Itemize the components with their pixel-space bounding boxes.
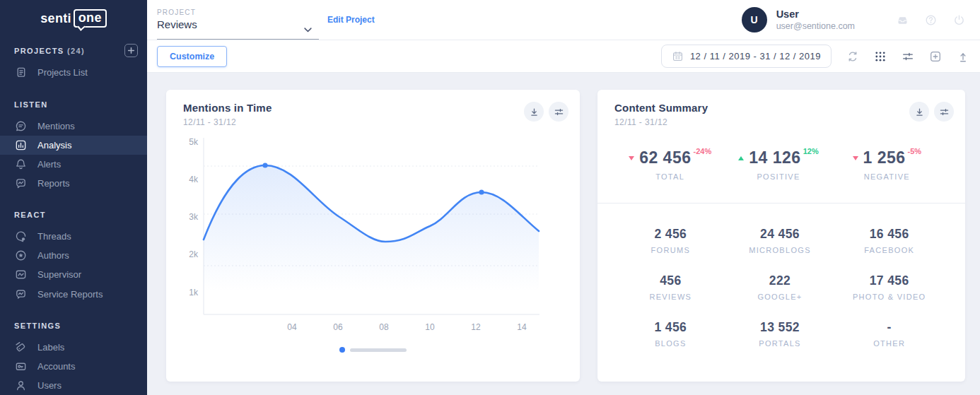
card-actions [524,102,568,122]
sidebar-item-authors[interactable]: Authors [0,246,147,265]
supervisor-icon [14,268,28,281]
main-area: PROJECT Reviews Edit Project U User user… [147,0,980,395]
sidebar-item-labels[interactable]: Labels [0,338,147,357]
source-stat-portals: 13 552 PORTALS [725,320,835,348]
section-title-react: REACT [0,211,147,219]
refresh-icon[interactable] [846,50,859,63]
download-button[interactable] [524,102,544,122]
edit-project-link[interactable]: Edit Project [327,15,375,25]
sidebar-item-service-reports[interactable]: Service Reports [0,285,147,304]
trend-down-icon [629,156,634,160]
stat-label: NEGATIVE [864,172,910,181]
sidebar-item-label: Projects List [37,67,88,78]
mentions-line-chart: 5k 4k 3k 2k 1k 04 06 08 10 12 14 [184,134,580,338]
filters-icon[interactable] [902,50,914,63]
content-summary-card: Content Summary 12/11 - 31/12 [597,90,965,382]
add-widget-icon[interactable] [929,50,942,63]
source-stat-blogs: 1 456 BLOGS [616,320,725,348]
dashboard-content: Mentions in Time 12/11 - 31/12 [147,73,980,395]
pagination-active-dot[interactable] [339,347,345,353]
x-tick: 12 [471,322,481,332]
sidebar-item-label: Labels [37,342,64,353]
card-date-range: 12/11 - 31/12 [614,117,708,127]
download-icon [914,106,926,118]
download-button[interactable] [909,102,929,122]
tag-icon [14,341,28,354]
power-icon[interactable] [952,13,966,27]
y-tick: 4k [189,175,199,184]
x-tick: 04 [287,322,297,332]
app-window: sentione PROJECTS (24) Projects List LIS… [0,0,980,395]
sidebar-item-accounts[interactable]: Accounts [0,357,147,376]
authors-icon [14,249,28,262]
chart-pagination [166,347,580,353]
mentions-in-time-card: Mentions in Time 12/11 - 31/12 [166,90,580,382]
card-header: Mentions in Time 12/11 - 31/12 [166,90,580,127]
card-title: Mentions in Time [183,102,272,114]
export-icon[interactable] [957,50,969,63]
avatar[interactable]: U [742,7,767,33]
sidebar-item-alerts[interactable]: Alerts [0,155,147,174]
sidebar-item-label: Users [37,380,62,391]
source-stat-googleplus: 222 GOOGLE+ [725,273,835,301]
source-label: FACEBOOK [834,246,944,254]
stat-value: 14 126 [749,148,800,167]
chart-settings-button[interactable] [549,102,568,122]
source-label: FORUMS [616,246,725,254]
reports-icon [14,177,28,190]
stat-total: 62 456 -24% TOTAL [616,148,724,181]
projects-list-icon [14,66,28,79]
logo-text-senti: senti [40,11,71,26]
sidebar-item-supervisor[interactable]: Supervisor [0,265,147,284]
sidebar-item-mentions[interactable]: Mentions [0,117,147,136]
help-icon[interactable] [924,13,938,27]
source-stat-reviews: 456 REVIEWS [616,273,725,301]
grid-view-icon[interactable] [874,50,887,63]
stat-value: 62 456 [639,148,691,167]
date-range-picker[interactable]: 12 / 11 / 2019 - 31 / 12 / 2019 [661,45,832,68]
service-reports-icon [14,288,28,301]
bell-icon [14,158,28,171]
card-actions [909,102,954,122]
pagination-track[interactable] [350,348,407,352]
source-value: 2 456 [616,227,725,242]
sidebar-item-label: Alerts [37,159,61,170]
sidebar-item-reports[interactable]: Reports [0,174,147,193]
chart-settings-button[interactable] [934,102,954,122]
project-select[interactable]: PROJECT Reviews [157,0,319,40]
card-date-range: 12/11 - 31/12 [183,117,272,127]
source-label: PHOTO & VIDEO [834,293,944,301]
topbar-icon-group [896,0,980,40]
source-label: PORTALS [725,339,835,348]
source-stat-photo-video: 17 456 PHOTO & VIDEO [834,273,944,301]
projects-header: PROJECTS (24) [0,44,147,57]
toolbar-right-group: 12 / 11 / 2019 - 31 / 12 / 2019 [661,45,980,68]
project-select-value: Reviews [157,18,319,30]
chevron-down-icon [304,23,312,29]
stat-delta: 12% [803,147,819,155]
topbar: PROJECT Reviews Edit Project U User user… [147,0,980,40]
data-point-marker [262,163,267,167]
add-project-button[interactable] [124,44,138,57]
trend-down-icon [853,156,858,160]
y-tick: 5k [189,137,199,147]
stat-negative: 1 256 -5% NEGATIVE [833,148,941,181]
customize-button[interactable]: Customize [157,46,227,67]
inbox-icon[interactable] [896,13,909,27]
sidebar-item-users[interactable]: Users [0,376,147,395]
data-point-marker [479,189,484,194]
source-stat-microblogs: 24 456 MICROBLOGS [725,227,835,254]
stat-value: 1 256 [863,148,906,167]
user-area: U User user@sentione.com [742,0,855,40]
source-label: OTHER [834,339,944,348]
x-tick: 06 [333,322,343,332]
person-icon [14,379,28,392]
sidebar-item-analysis[interactable]: Analysis [0,136,147,155]
calendar-icon [672,50,684,62]
sidebar-item-label: Analysis [37,140,71,151]
sidebar: sentione PROJECTS (24) Projects List LIS… [0,0,147,395]
source-stat-forums: 2 456 FORUMS [616,227,725,254]
logo-speech-bubble: one [74,9,107,28]
sidebar-item-threads[interactable]: Threads [0,227,147,246]
sidebar-item-projects-list[interactable]: Projects List [0,63,147,82]
